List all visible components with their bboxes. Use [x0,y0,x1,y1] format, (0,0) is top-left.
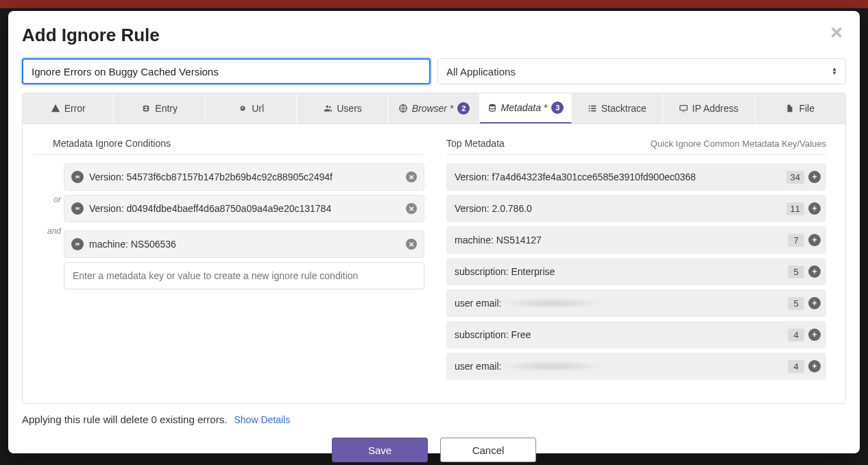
condition-item: ＝ machine: NS506536 ✕ [64,230,424,258]
tab-label: Browser * [412,103,454,114]
tab-error[interactable]: Error [23,93,114,123]
add-metadata-icon[interactable]: + [808,329,821,341]
top-metadata-subtitle: Quick Ignore Common Metadata Key/Values [651,139,826,149]
backdrop [0,0,868,8]
tab-label: IP Address [692,103,738,114]
remove-condition-icon[interactable]: ✕ [406,171,417,182]
equals-icon: ＝ [71,171,84,183]
tab-label: Entry [155,103,178,114]
metadata-count: 11 [786,202,804,215]
add-metadata-icon[interactable]: + [808,202,821,215]
tab-url[interactable]: Url [206,93,297,123]
condition-text: Version: d0494fdbe4baeff4d6a8750a09a4a9e… [89,203,400,214]
tab-count-badge: 2 [457,102,470,115]
close-icon[interactable]: ✕ [827,25,846,41]
top-metadata-row[interactable]: user email:4+ [446,353,826,380]
redacted-value [504,361,600,371]
tab-browser[interactable]: Browser * 2 [389,93,480,123]
tab-label: Error [64,103,86,114]
modal-title: Add Ignore Rule [22,25,160,46]
add-metadata-icon[interactable]: + [808,360,821,372]
condition-item: ＝ Version: d0494fdbe4baeff4d6a8750a09a4a… [64,195,424,222]
top-metadata-header: Top Metadata Quick Ignore Common Metadat… [446,138,826,155]
condition-item: ＝ Version: 54573f6cb87157b147b2b69b4c92c… [64,163,424,191]
conditions-title: Metadata Ignore Conditions [34,138,171,149]
add-metadata-icon[interactable]: + [808,171,821,183]
tab-body-metadata: Metadata Ignore Conditions ＝ Version: 54… [23,124,845,403]
select-caret-icon: ▲▼ [832,67,837,75]
tab-entry[interactable]: Entry [114,93,205,123]
remove-condition-icon[interactable]: ✕ [406,203,417,214]
show-details-link[interactable]: Show Details [234,414,290,425]
users-icon [323,104,333,113]
tab-label: Url [252,103,264,114]
tab-count-badge: 3 [551,102,564,114]
footer-buttons: Save Cancel [22,438,846,462]
tab-label: Stacktrace [601,103,647,114]
metadata-count: 4 [788,329,804,342]
top-metadata-row[interactable]: machine: NS5141277+ [446,226,826,254]
tab-label: Metadata * [501,102,548,113]
conditions-list: ＝ Version: 54573f6cb87157b147b2b69b4c92c… [34,163,424,289]
tab-file[interactable]: File [755,93,845,123]
link-icon [141,104,151,113]
remove-condition-icon[interactable]: ✕ [406,239,417,250]
condition-text: machine: NS506536 [89,239,400,250]
top-metadata-list: Version: f7a4d64323fe4a301cce6585e3910fd… [446,163,826,380]
metadata-label: user email: [455,361,784,372]
warning-icon [51,104,60,113]
tab-label: File [799,103,815,114]
metadata-label: Version: 2.0.786.0 [455,203,782,214]
tabs-bar: Error Entry Url Users Browser * 2 [23,93,845,124]
add-ignore-rule-modal: Add Ignore Rule ✕ All Applications ▲▼ Er… [8,11,860,453]
add-metadata-icon[interactable]: + [808,265,821,278]
metadata-label: Version: f7a4d64323fe4a301cce6585e3910fd… [455,171,782,182]
application-select-value: All Applications [446,66,516,78]
top-metadata-title: Top Metadata [446,138,505,149]
metadata-count: 5 [788,297,804,310]
metadata-label: subscription: Free [455,329,784,340]
tab-label: Users [337,103,362,114]
monitor-icon [679,104,688,113]
add-metadata-icon[interactable]: + [808,297,821,309]
top-metadata-row[interactable]: Version: 2.0.786.011+ [446,195,826,222]
footer-summary-row: Applying this rule will delete 0 existin… [22,414,846,425]
list-icon [588,104,597,113]
tabs-panel: Error Entry Url Users Browser * 2 [22,93,846,404]
file-icon [785,104,795,113]
connector-and: and [34,226,61,236]
metadata-label: subscription: Enterprise [455,266,784,277]
database-icon [487,103,497,112]
conditions-column: Metadata Ignore Conditions ＝ Version: 54… [34,138,424,384]
add-metadata-icon[interactable]: + [808,234,821,246]
tab-users[interactable]: Users [297,93,388,123]
metadata-label: user email: [455,298,784,309]
redacted-value [504,298,600,308]
browser-icon [398,104,408,113]
tab-ip-address[interactable]: IP Address [663,93,754,123]
inputs-row: All Applications ▲▼ [22,58,846,84]
save-button[interactable]: Save [332,438,428,462]
metadata-count: 7 [788,234,804,247]
link-icon [238,104,248,113]
equals-icon: ＝ [71,202,84,215]
top-metadata-row[interactable]: Version: f7a4d64323fe4a301cce6585e3910fd… [446,163,826,191]
svg-point-1 [489,104,495,107]
metadata-label: machine: NS514127 [455,235,784,246]
footer-summary: Applying this rule will delete 0 existin… [22,414,227,425]
metadata-count: 4 [788,360,804,373]
rule-name-input[interactable] [22,58,431,84]
condition-text: Version: 54573f6cb87157b147b2b69b4c92c88… [89,171,400,182]
metadata-count: 34 [786,171,804,184]
cancel-button[interactable]: Cancel [440,438,536,462]
top-metadata-row[interactable]: subscription: Enterprise5+ [446,258,826,285]
top-metadata-row[interactable]: user email:5+ [446,289,826,317]
new-condition-input[interactable] [64,262,424,289]
equals-icon: ＝ [71,238,84,250]
application-select[interactable]: All Applications ▲▼ [437,58,846,84]
metadata-count: 5 [788,265,804,278]
top-metadata-row[interactable]: subscription: Free4+ [446,321,826,348]
tab-metadata[interactable]: Metadata * 3 [480,93,571,123]
tab-stacktrace[interactable]: Stacktrace [572,93,663,123]
top-metadata-column: Top Metadata Quick Ignore Common Metadat… [446,138,826,384]
